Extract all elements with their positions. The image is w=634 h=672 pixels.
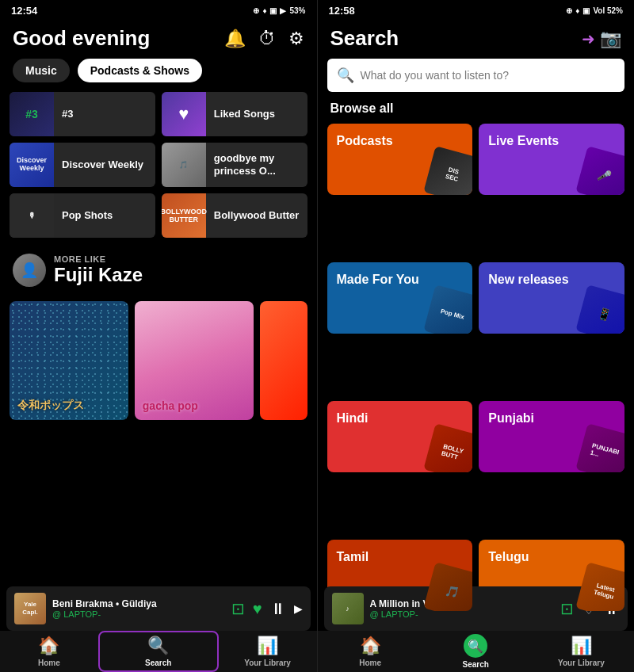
browse-label-telugu: Telugu <box>488 549 529 564</box>
browse-img-punjabi: PUNJABI1... <box>575 423 624 472</box>
browse-img-tamil: 🎵 <box>424 562 473 611</box>
browse-card-new[interactable]: New releases 📱 <box>479 262 624 334</box>
np-title-left: Beni Bırakma • Güldiya <box>52 598 225 609</box>
browse-card-punjabi[interactable]: Punjabi PUNJABI1... <box>479 401 624 472</box>
quick-card-bollywood[interactable]: BOLLYWOODBUTTER Bollywood Butter <box>162 193 307 238</box>
right-panel: 12:58 ⊕ ♦ ▣ Vol 52% Search ➜ 📷 🔍 What do… <box>318 0 635 672</box>
nav-search-left[interactable]: 🔍 Search <box>98 631 219 672</box>
browse-label-punjabi: Punjabi <box>488 410 534 426</box>
next-icon-left[interactable]: ▶ <box>294 602 303 615</box>
nav-home-left[interactable]: 🏠 Home <box>0 631 98 672</box>
album-fujii-1[interactable]: 令和ポップス <box>10 301 128 420</box>
nav-library-right[interactable]: 📊 Your Library <box>529 631 634 672</box>
browse-label-tamil: Tamil <box>337 549 369 564</box>
browse-card-live[interactable]: Live Events 🎤 <box>479 124 624 195</box>
browse-card-made[interactable]: Made For You Pop Mix <box>327 262 473 334</box>
thumb-bollywood: BOLLYWOODBUTTER <box>162 193 206 238</box>
thumb-popshots: 🎙 <box>10 193 54 238</box>
right-bottom-area: ♪ A Million in Vermillion @ LAPTOP- ⊡ ♡ … <box>318 647 635 672</box>
tab-podcasts[interactable]: Podcasts & Shows <box>78 59 202 82</box>
quick-card-popshots[interactable]: 🎙 Pop Shots <box>10 193 155 238</box>
left-panel: 12:54 ⊕ ♦ ▣ ▶ 53% Good evening 🔔 ⏱ ⚙ Mus… <box>0 0 317 672</box>
np-info-left: Beni Bırakma • Güldiya @ LAPTOP- <box>52 598 225 619</box>
thumb-3: #3 <box>10 92 54 136</box>
browse-label-podcasts: Podcasts <box>337 133 393 148</box>
album-partial[interactable] <box>260 301 307 420</box>
browse-img-new: 📱 <box>575 284 624 334</box>
status-bar-right: 12:58 ⊕ ♦ ▣ Vol 52% <box>318 0 635 20</box>
browse-img-podcasts: DISSEC <box>424 146 473 195</box>
quick-card-liked[interactable]: ♥ Liked Songs <box>162 92 307 136</box>
nav-label-search-right: Search <box>463 660 489 669</box>
browse-img-telugu: LatestTelugu <box>575 562 624 611</box>
now-playing-bar-left[interactable]: YaleCapl. Beni Bırakma • Güldiya @ LAPTO… <box>6 586 311 631</box>
notification-icon[interactable]: 🔔 <box>224 29 246 49</box>
nav-label-library-left: Your Library <box>244 659 291 667</box>
time-left: 12:54 <box>11 5 37 17</box>
label-bollywood: Bollywood Butter <box>206 209 307 222</box>
nav-label-home-left: Home <box>38 659 60 667</box>
nav-label-home-right: Home <box>359 659 381 667</box>
status-icons-left: ⊕ ♦ ▣ ▶ 53% <box>253 6 305 15</box>
library-icon-left: 📊 <box>257 636 278 656</box>
quick-card-discover[interactable]: DiscoverWeekly Discover Weekly <box>10 143 155 187</box>
search-bar-text: What do you want to listen to? <box>361 69 510 82</box>
album-label-2: gacha pop <box>143 399 198 412</box>
np-controls-left: ⊡ ♥ ⏸ ▶ <box>231 599 303 618</box>
search-bar[interactable]: 🔍 What do you want to listen to? <box>327 59 625 92</box>
tab-music[interactable]: Music <box>13 59 70 82</box>
search-title: Search <box>330 26 399 51</box>
label-liked: Liked Songs <box>206 108 283 120</box>
arrow-icon: ➜ <box>582 29 595 48</box>
browse-img-made: Pop Mix <box>424 284 473 334</box>
browse-label-hindi: Hindi <box>337 410 369 426</box>
browse-label-made: Made For You <box>337 272 419 287</box>
greeting: Good evening <box>13 26 150 51</box>
browse-label-live: Live Events <box>488 133 559 148</box>
np-sub-left: @ LAPTOP- <box>52 609 225 619</box>
nav-label-library-right: Your Library <box>558 659 605 667</box>
more-like-label: MORE LIKE <box>54 254 143 264</box>
home-icon-left: 🏠 <box>38 636 59 656</box>
album-label-1: 令和ポップス <box>17 398 84 412</box>
nav-home-right[interactable]: 🏠 Home <box>318 631 423 672</box>
left-bottom-area: YaleCapl. Beni Bırakma • Güldiya @ LAPTO… <box>0 647 317 672</box>
quick-links-grid: #3 #3 ♥ Liked Songs DiscoverWeekly Disco… <box>0 92 317 247</box>
quick-card-goodbye[interactable]: 🎵 goodbye my princess O... <box>162 143 307 187</box>
browse-card-podcasts[interactable]: Podcasts DISSEC <box>327 124 473 195</box>
album-row: 令和ポップス gacha pop <box>0 295 317 428</box>
browse-img-hindi: BOLLYBUTT <box>424 423 473 472</box>
search-icon-right: 🔍 <box>464 634 487 658</box>
library-icon-right: 📊 <box>571 636 592 656</box>
history-icon[interactable]: ⏱ <box>258 29 276 49</box>
browse-img-live: 🎤 <box>575 146 624 195</box>
status-bar-left: 12:54 ⊕ ♦ ▣ ▶ 53% <box>0 0 317 20</box>
np-thumb-left: YaleCapl. <box>14 593 46 624</box>
pause-icon-left[interactable]: ⏸ <box>270 600 286 618</box>
camera-icon[interactable]: 📷 <box>600 29 621 49</box>
label-3: #3 <box>54 108 81 120</box>
search-icon-left: 🔍 <box>147 636 169 656</box>
device-icon-left[interactable]: ⊡ <box>231 599 245 618</box>
thumb-liked: ♥ <box>162 92 206 136</box>
time-right: 12:58 <box>329 5 355 17</box>
nav-search-right[interactable]: 🔍 Search <box>423 629 529 672</box>
search-header: Search ➜ 📷 <box>318 20 635 59</box>
nav-label-search-left: Search <box>145 659 171 667</box>
nav-library-left[interactable]: 📊 Your Library <box>219 631 317 672</box>
np-thumb-right: ♪ <box>332 593 364 624</box>
status-icons-right: ⊕ ♦ ▣ Vol 52% <box>566 6 623 15</box>
bottom-nav-left: 🏠 Home 🔍 Search 📊 Your Library <box>0 631 317 672</box>
home-icon-right: 🏠 <box>360 636 381 656</box>
more-like-section: 👤 MORE LIKE Fujii Kaze <box>0 247 317 295</box>
label-discover: Discover Weekly <box>54 158 151 171</box>
heart-icon-left[interactable]: ♥ <box>253 600 262 618</box>
browse-card-hindi[interactable]: Hindi BOLLYBUTT <box>327 401 473 472</box>
search-bar-icon: 🔍 <box>337 67 354 84</box>
bottom-nav-right: 🏠 Home 🔍 Search 📊 Your Library <box>318 631 635 672</box>
quick-card-3[interactable]: #3 #3 <box>10 92 155 136</box>
album-fujii-2[interactable]: gacha pop <box>135 301 254 420</box>
settings-icon[interactable]: ⚙ <box>288 29 304 49</box>
camera-area: ➜ 📷 <box>582 29 621 49</box>
device-icon-right[interactable]: ⊡ <box>560 599 574 618</box>
